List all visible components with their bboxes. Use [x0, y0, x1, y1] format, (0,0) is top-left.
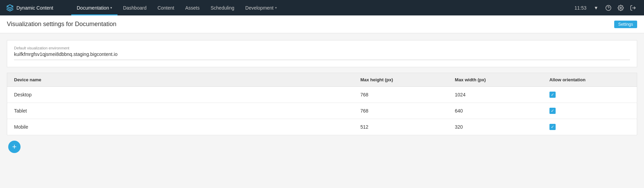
device-height-desktop: 768: [354, 87, 448, 103]
env-section: Default visualization environment kuifkf…: [7, 40, 637, 67]
page-header: Visualization settings for Documentation…: [0, 15, 644, 33]
settings-badge[interactable]: Settings: [614, 21, 637, 28]
app-logo[interactable]: Dynamic Content: [3, 4, 71, 12]
orientation-checkbox-tablet[interactable]: ✓: [549, 108, 556, 114]
devices-table: Device name Max height (px) Max width (p…: [7, 73, 637, 135]
table-row: Tablet 768 640 ✓: [7, 103, 637, 119]
orientation-checkbox-desktop[interactable]: ✓: [549, 92, 556, 98]
settings-icon[interactable]: [615, 2, 626, 13]
app-title: Dynamic Content: [16, 5, 53, 11]
device-height-tablet: 768: [354, 103, 448, 119]
nav-dropdown-btn[interactable]: ▾: [591, 2, 602, 13]
nav-item-content[interactable]: Content: [152, 0, 180, 15]
logout-icon[interactable]: [628, 2, 639, 13]
page-title: Visualization settings for Documentation: [7, 21, 116, 28]
nav-item-assets[interactable]: Assets: [180, 0, 205, 15]
top-navigation: Dynamic Content Documentation ▾ Dashboar…: [0, 0, 644, 15]
device-height-mobile: 512: [354, 119, 448, 135]
col-header-allow-orientation: Allow orientation: [543, 73, 637, 87]
nav-right: 11:53 ▾: [572, 2, 641, 13]
device-name-mobile: Mobile: [7, 119, 354, 135]
nav-item-development[interactable]: Development ▾: [240, 0, 282, 15]
col-header-max-width: Max width (px): [448, 73, 543, 87]
device-width-desktop: 1024: [448, 87, 543, 103]
device-orientation-tablet: ✓: [543, 103, 637, 119]
table-header-row: Device name Max height (px) Max width (p…: [7, 73, 637, 87]
nav-item-documentation[interactable]: Documentation ▾: [71, 0, 117, 15]
col-header-device-name: Device name: [7, 73, 354, 87]
device-width-mobile: 320: [448, 119, 543, 135]
device-orientation-mobile: ✓: [543, 119, 637, 135]
svg-point-2: [620, 7, 622, 9]
development-dropdown-arrow: ▾: [275, 6, 277, 10]
device-width-tablet: 640: [448, 103, 543, 119]
env-value: kuifkfmrgfsv1qjsmei8dbbnq.staging.bigcon…: [14, 51, 630, 60]
orientation-checkbox-mobile[interactable]: ✓: [549, 124, 556, 130]
device-orientation-desktop: ✓: [543, 87, 637, 103]
device-name-desktop: Desktop: [7, 87, 354, 103]
nav-items: Documentation ▾ Dashboard Content Assets…: [71, 0, 572, 15]
add-device-button[interactable]: +: [8, 141, 21, 153]
table-row: Desktop 768 1024 ✓: [7, 87, 637, 103]
help-icon[interactable]: [603, 2, 614, 13]
nav-item-dashboard[interactable]: Dashboard: [117, 0, 152, 15]
table-row: Mobile 512 320 ✓: [7, 119, 637, 135]
nav-item-scheduling[interactable]: Scheduling: [205, 0, 240, 15]
env-label: Default visualization environment: [14, 46, 630, 50]
main-content: Default visualization environment kuifkf…: [0, 33, 644, 160]
col-header-max-height: Max height (px): [354, 73, 448, 87]
documentation-dropdown-arrow: ▾: [110, 6, 112, 10]
nav-clock: 11:53: [572, 5, 589, 11]
device-name-tablet: Tablet: [7, 103, 354, 119]
